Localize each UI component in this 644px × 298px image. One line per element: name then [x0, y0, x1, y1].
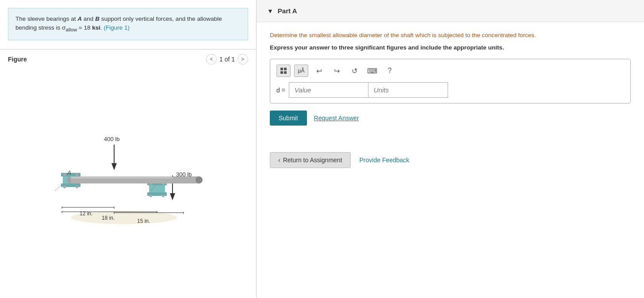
svg-point-12: [76, 186, 78, 188]
svg-point-11: [63, 186, 66, 188]
help-button[interactable]: ?: [383, 65, 397, 77]
d-equals-label: d =: [276, 87, 285, 94]
svg-rect-26: [172, 176, 199, 183]
right-panel: ▼ Part A Determine the smallest allowabl…: [257, 0, 644, 298]
collapse-arrow-icon[interactable]: ▼: [267, 8, 273, 15]
part-a-header: ▼ Part A: [257, 0, 644, 22]
svg-point-27: [196, 176, 203, 183]
question-text: Determine the smallest allowable diamete…: [270, 31, 631, 40]
instruction-text: Express your answer to three significant…: [270, 44, 631, 51]
prev-figure-button[interactable]: <: [206, 54, 217, 65]
svg-text:400 lb: 400 lb: [104, 136, 119, 142]
toolbar: μÅ ↩ ↪ ↺ ⌨ ?: [276, 65, 624, 77]
chevron-left-icon: ‹: [278, 157, 280, 164]
part-a-title: Part A: [278, 7, 297, 15]
bottom-actions: ‹ Return to Assignment Provide Feedback: [257, 152, 644, 168]
answer-box: μÅ ↩ ↪ ↺ ⌨ ? d =: [270, 59, 631, 103]
svg-rect-24: [71, 176, 172, 179]
variable-B: B: [95, 15, 100, 22]
units-input[interactable]: [368, 82, 448, 98]
svg-point-19: [150, 195, 152, 197]
input-row: d =: [276, 82, 624, 98]
action-row: Submit Request Answer: [270, 111, 631, 126]
svg-line-40: [55, 183, 62, 191]
matrix-button[interactable]: [276, 65, 291, 77]
svg-text:A: A: [67, 169, 71, 176]
figure-link[interactable]: (Figure 1): [104, 24, 130, 31]
figure-section: Figure < 1 of 1 >: [0, 49, 256, 66]
undo-button[interactable]: ↩: [312, 65, 326, 77]
request-answer-button[interactable]: Request Answer: [314, 115, 359, 122]
redo-button[interactable]: ↪: [330, 65, 344, 77]
svg-point-9: [63, 173, 66, 176]
svg-text:18 in.: 18 in.: [102, 215, 115, 221]
keyboard-button[interactable]: ⌨: [365, 65, 379, 77]
problem-statement: The sleeve bearings at A and B support o…: [8, 8, 248, 40]
left-panel: The sleeve bearings at A and B support o…: [0, 0, 257, 298]
ksi-value: ksi: [92, 24, 100, 31]
page-indicator: 1 of 1: [219, 56, 235, 63]
return-label: Return to Assignment: [283, 157, 342, 164]
shaft-diagram: 400 lb 300 lb: [35, 131, 221, 224]
figure-label: Figure: [8, 56, 206, 63]
value-input[interactable]: [289, 82, 368, 98]
svg-point-10: [76, 173, 78, 176]
svg-text:15 in.: 15 in.: [137, 218, 150, 224]
return-to-assignment-button[interactable]: ‹ Return to Assignment: [270, 152, 351, 168]
submit-button[interactable]: Submit: [270, 111, 307, 126]
grid-icon: [280, 68, 287, 74]
provide-feedback-link[interactable]: Provide Feedback: [360, 157, 410, 164]
mu-button[interactable]: μÅ: [294, 65, 308, 77]
part-a-content: Determine the smallest allowable diamete…: [257, 22, 644, 148]
figure-image-area: 400 lb 300 lb: [0, 66, 256, 298]
refresh-button[interactable]: ↺: [347, 65, 361, 77]
svg-point-20: [162, 195, 165, 197]
figure-nav: < 1 of 1 >: [206, 54, 248, 65]
next-figure-button[interactable]: >: [238, 54, 248, 65]
svg-text:12 in.: 12 in.: [80, 210, 92, 217]
variable-A: A: [77, 15, 82, 22]
